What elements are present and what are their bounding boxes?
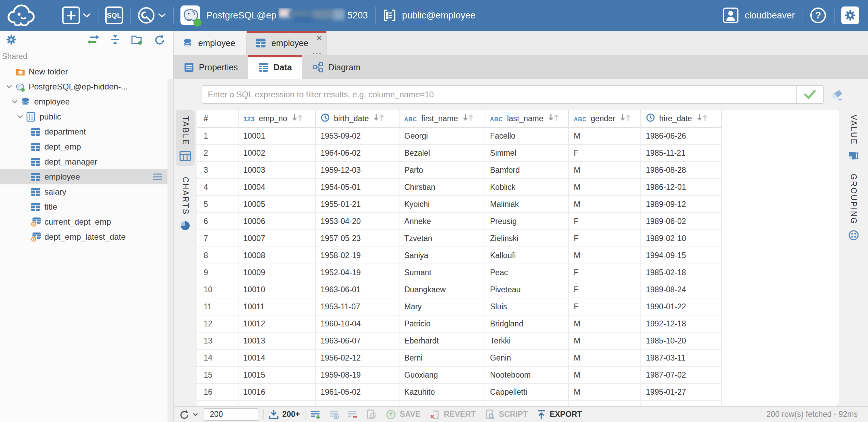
refresh-results-button[interactable]	[178, 409, 198, 420]
tab-employee-object[interactable]: employee	[174, 31, 247, 55]
cell-first_name[interactable]: Guoxiang	[399, 367, 485, 384]
cell-hire_date[interactable]: 1986-08-28	[641, 162, 722, 179]
cell-birth_date[interactable]: 1959-08-19	[316, 367, 399, 384]
cell-hire_date[interactable]: 1986-12-01	[641, 179, 722, 196]
cell-gender[interactable]: M	[569, 350, 641, 367]
row-number-cell[interactable]: 4	[197, 179, 239, 196]
cell-emp_no[interactable]: 10013	[239, 333, 316, 350]
cell-birth_date[interactable]: 1961-05-02	[316, 384, 399, 401]
cell-last_name[interactable]: Terkki	[485, 333, 569, 350]
cell-hire_date[interactable]: 1989-02-10	[641, 230, 722, 247]
revert-button[interactable]: REVERT	[430, 409, 476, 420]
row-number-cell[interactable]: 11	[197, 298, 239, 315]
cell-gender[interactable]: M	[569, 196, 641, 213]
tree-item-postgresql-ep-hidden-[interactable]: PostgreSQL@ep-hidden-...	[0, 79, 173, 94]
chevron-down-icon[interactable]	[83, 13, 91, 18]
connection-selector[interactable]: PostgreSQL@ep 5203	[180, 5, 368, 25]
tab-employee-data[interactable]: employee ✕ ...	[247, 31, 327, 55]
cell-last_name[interactable]: Bamford	[485, 162, 569, 179]
chevron-down-icon[interactable]	[3, 82, 15, 92]
cell-last_name[interactable]: Facello	[485, 128, 569, 145]
cell-first_name[interactable]: Berni	[399, 350, 485, 367]
chevron-down-icon[interactable]	[14, 112, 26, 122]
column-header-first_name[interactable]: ABCfirst_name	[399, 110, 485, 128]
cell-gender[interactable]: F	[569, 213, 641, 230]
row-number-cell[interactable]: 14	[197, 350, 239, 367]
tree-item-dept-emp-latest-date[interactable]: dept_emp_latest_date	[0, 229, 173, 244]
cell-gender[interactable]: M	[569, 333, 641, 350]
cell-gender[interactable]: M	[569, 315, 641, 333]
cell-birth_date[interactable]: 1959-12-03	[316, 162, 399, 179]
tab-diagram[interactable]: Diagram	[302, 55, 370, 79]
cell-first_name[interactable]: Bezalel	[399, 145, 485, 162]
cell-first_name[interactable]: Saniya	[399, 247, 485, 264]
tab-menu-icon[interactable]: ...	[312, 46, 322, 55]
cell-first_name[interactable]: Eberhardt	[399, 333, 485, 350]
tree-item-employee[interactable]: employee	[0, 94, 173, 109]
delete-row-button[interactable]	[347, 409, 358, 420]
cell-last_name[interactable]: Maliniak	[485, 196, 569, 213]
schema-selector[interactable]: public@employee	[382, 8, 476, 23]
tree-item-dept-emp[interactable]: dept_emp	[0, 139, 173, 154]
tree-item-current-dept-emp[interactable]: current_dept_emp	[0, 214, 173, 229]
cell-hire_date[interactable]: 1986-06-26	[641, 128, 722, 145]
column-header-last_name[interactable]: ABClast_name	[485, 110, 569, 128]
presentation-tab-charts[interactable]: CHARTS	[176, 171, 195, 236]
cell-birth_date[interactable]: 1964-06-02	[316, 145, 399, 162]
cell-last_name[interactable]: Kalloufi	[485, 247, 569, 264]
cell-last_name[interactable]: Cappelletti	[485, 384, 569, 401]
cell-first_name[interactable]: Sumant	[399, 264, 485, 281]
cell-emp_no[interactable]: 10006	[239, 213, 316, 230]
cell-emp_no[interactable]: 10003	[239, 162, 316, 179]
column-header-emp_no[interactable]: 123emp_no	[239, 110, 316, 128]
tree-item-new-folder[interactable]: New folder	[0, 64, 173, 79]
cell-last_name[interactable]: Koblick	[485, 179, 569, 196]
collapse-all-button[interactable]	[109, 33, 122, 46]
cell-hire_date[interactable]: 1987-07-02	[641, 367, 722, 384]
cell-last_name[interactable]: Preusig	[485, 213, 569, 230]
row-number-cell[interactable]: 2	[197, 145, 239, 162]
export-button[interactable]: EXPORT	[537, 409, 582, 420]
cell-hire_date[interactable]: 1985-11-21	[641, 145, 722, 162]
filter-input[interactable]	[202, 86, 796, 103]
cell-birth_date[interactable]: 1963-06-01	[316, 281, 399, 298]
cell-birth_date[interactable]: 1953-09-02	[316, 128, 399, 145]
cell-emp_no[interactable]: 10009	[239, 264, 316, 281]
item-menu-icon[interactable]	[152, 172, 163, 184]
user-menu[interactable]: cloudbeaver	[722, 7, 795, 24]
cell-birth_date[interactable]: 1957-05-23	[316, 230, 399, 247]
cell-gender[interactable]: F	[569, 298, 641, 315]
cell-birth_date[interactable]: 1963-06-07	[316, 333, 399, 350]
cell-emp_no[interactable]: 10002	[239, 145, 316, 162]
cell-hire_date[interactable]: 1989-09-12	[641, 196, 722, 213]
navigator-settings-button[interactable]	[5, 33, 18, 46]
cell-gender[interactable]: F	[569, 230, 641, 247]
row-number-cell[interactable]: 8	[197, 247, 239, 264]
tools-button[interactable]	[137, 6, 155, 24]
row-number-cell[interactable]: 3	[197, 162, 239, 179]
cell-gender[interactable]: F	[569, 264, 641, 281]
row-number-cell[interactable]: 7	[197, 230, 239, 247]
tab-properties[interactable]: Properties	[174, 55, 248, 79]
cell-last_name[interactable]: Sluis	[485, 298, 569, 315]
tree-item-public[interactable]: public	[0, 109, 173, 124]
new-connection-button[interactable]	[62, 6, 80, 24]
row-number-cell[interactable]: 15	[197, 367, 239, 384]
column-header-birth_date[interactable]: birth_date	[316, 110, 399, 128]
cell-last_name[interactable]: Bridgland	[485, 315, 569, 333]
cell-birth_date[interactable]: 1953-11-07	[316, 298, 399, 315]
cell-hire_date[interactable]: 1985-02-18	[641, 264, 722, 281]
cell-first_name[interactable]: Tzvetan	[399, 230, 485, 247]
close-icon[interactable]: ✕	[316, 34, 323, 42]
chevron-down-icon[interactable]	[158, 13, 166, 18]
tree-item-department[interactable]: department	[0, 124, 173, 139]
cell-birth_date[interactable]: 1956-02-12	[316, 350, 399, 367]
row-number-cell[interactable]: 13	[197, 333, 239, 350]
cell-hire_date[interactable]: 1994-09-15	[641, 247, 722, 264]
cell-emp_no[interactable]: 10005	[239, 196, 316, 213]
new-folder-button[interactable]	[131, 33, 144, 46]
fetch-size-input[interactable]	[204, 408, 258, 421]
cell-hire_date[interactable]: 1989-06-02	[641, 213, 722, 230]
settings-button[interactable]	[841, 6, 859, 24]
refresh-button[interactable]	[152, 33, 165, 46]
